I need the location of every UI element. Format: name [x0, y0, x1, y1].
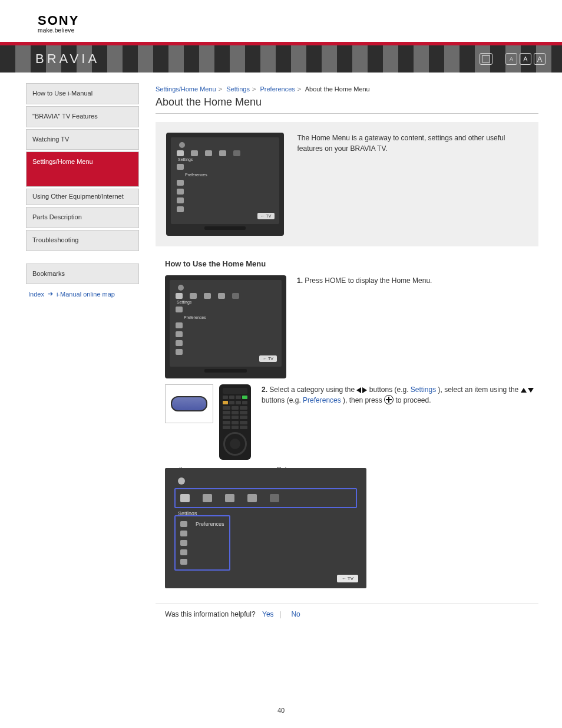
step2-text-d: buttons (e.g.: [262, 396, 303, 404]
list-icon: [180, 521, 187, 527]
font-size-large-button[interactable]: A: [534, 53, 546, 65]
step2-link-settings[interactable]: Settings: [411, 386, 436, 394]
preferences-label: Preferences: [196, 521, 224, 527]
helpful-yes-link[interactable]: Yes: [262, 610, 274, 618]
screen-icon: [180, 549, 187, 555]
remote-illustration: [219, 384, 251, 460]
helpful-question: Was this information helpful?: [165, 610, 256, 618]
sound-icon: [176, 331, 183, 337]
intro-text: The Home Menu is a gateway to content, s…: [297, 133, 528, 154]
step2-number: 2.: [262, 386, 267, 394]
toolbox-icon: [177, 150, 184, 156]
clock-icon: [178, 477, 185, 485]
nav-index-label: Index: [28, 291, 44, 298]
screen-icon: [176, 340, 183, 346]
nav-index-trail[interactable]: Index ➔ i-Manual online map: [26, 290, 139, 298]
menu-item-column: Preferences: [174, 515, 230, 571]
camera-icon: [191, 150, 198, 156]
step1-number: 1.: [297, 276, 303, 285]
font-size-medium-button[interactable]: A: [520, 53, 531, 65]
list-icon: [177, 164, 184, 170]
nav-item-settings-home[interactable]: Settings/Home Menu: [27, 152, 138, 186]
nav-item-parts[interactable]: Parts Description: [27, 207, 138, 228]
list-icon: [176, 307, 183, 312]
menu-category-row: [174, 488, 357, 508]
tv-icon: [233, 150, 240, 156]
title-banner: BRAVIA A A A: [0, 42, 562, 73]
menu-return-badge: ← TV: [337, 575, 358, 582]
breadcrumb-b[interactable]: Settings: [226, 85, 250, 93]
font-size-small-button[interactable]: A: [505, 53, 517, 65]
nav-item-howto[interactable]: How to Use i-Manual: [27, 84, 138, 104]
enter-key-icon: [384, 395, 394, 404]
step2-text-e: ), then press: [343, 396, 384, 404]
video-icon: [247, 494, 257, 502]
music-icon: [204, 293, 211, 299]
channel-icon: [180, 559, 187, 565]
step2-text-f: to proceed.: [395, 396, 431, 404]
print-icon[interactable]: [480, 53, 492, 65]
channel-icon: [177, 206, 184, 212]
nav-item-watching[interactable]: Watching TV: [27, 130, 138, 150]
video-icon: [219, 150, 226, 156]
page-number: 40: [0, 707, 562, 714]
helpful-row: Was this information helpful? Yes | No: [156, 610, 538, 618]
settings-label: Settings: [177, 300, 276, 304]
step2-text-c: ), select an item using the: [438, 386, 521, 394]
settings-label: Settings: [178, 157, 273, 162]
remote-dpad-icon: [223, 432, 247, 456]
camera-icon: [190, 293, 197, 299]
channel-icon: [176, 349, 183, 355]
picture-icon: [177, 180, 184, 186]
page-title: About the Home Menu: [156, 96, 538, 108]
side-nav: How to Use i-Manual "BRAVIA" TV Features…: [26, 83, 139, 298]
music-icon: [205, 150, 212, 156]
picture-icon: [176, 322, 183, 328]
clock-icon: [178, 285, 184, 291]
camera-icon: [203, 494, 212, 502]
helpful-no-link[interactable]: No: [291, 610, 300, 618]
toolbox-icon: [176, 293, 183, 299]
font-size-group: A A A: [505, 53, 546, 65]
home-key-icon: [171, 396, 207, 411]
brand-logo: SONY: [38, 13, 562, 28]
nav-item-other-equipment[interactable]: Using Other Equipment/Internet: [27, 189, 138, 205]
video-icon: [218, 293, 225, 299]
breadcrumb: Settings/Home Menu> Settings> Preference…: [156, 85, 538, 93]
step2-link-preferences[interactable]: Preferences: [303, 396, 341, 404]
step1-text: Press HOME to display the Home Menu.: [305, 276, 432, 285]
dpad-up-down-icon: [521, 388, 534, 393]
breadcrumb-a[interactable]: Settings/Home Menu: [156, 85, 216, 93]
tv-illustration-step1: Settings Preferences ← TV: [165, 275, 286, 378]
sound-icon: [177, 189, 184, 195]
brand-header: SONY make.believe: [0, 0, 562, 37]
breadcrumb-current: About the Home Menu: [305, 85, 370, 93]
intro-block: Settings Preferences ← TV The Home: [156, 122, 538, 246]
clock-icon: [179, 142, 185, 148]
howto-heading: How to Use the Home Menu: [165, 259, 538, 268]
toolbox-icon: [180, 494, 190, 502]
step-1: Settings Preferences ← TV: [165, 275, 538, 378]
screen-icon: [177, 197, 184, 203]
tv-illustration-intro: Settings Preferences ← TV: [166, 133, 284, 236]
nav-item-features[interactable]: "BRAVIA" TV Features: [27, 107, 138, 127]
music-icon: [225, 494, 234, 502]
brand-tagline: make.believe: [38, 27, 562, 34]
dpad-left-right-icon: [356, 387, 367, 393]
nav-index-target: i-Manual online map: [57, 291, 115, 298]
remote-home-zoom: [165, 384, 213, 423]
remote-row: 2. Select a category using the buttons (…: [165, 384, 538, 460]
tv-icon: [232, 293, 239, 299]
picture-icon: [180, 531, 187, 536]
menu-closeup: Item Category Settings: [165, 466, 538, 588]
preferences-tiny-label: Preferences: [185, 173, 273, 177]
step2-text-b: buttons (e.g.: [369, 386, 411, 394]
nav-item-troubleshooting[interactable]: Troubleshooting: [27, 230, 138, 251]
nav-bookmarks[interactable]: Bookmarks: [27, 264, 138, 284]
breadcrumb-c[interactable]: Preferences: [260, 85, 295, 93]
tv-icon: [270, 494, 279, 502]
preferences-tiny-label: Preferences: [184, 315, 276, 319]
sound-icon: [180, 540, 187, 546]
product-name: BRAVIA: [35, 51, 100, 67]
step2-text-a: Select a category using the: [269, 386, 356, 394]
